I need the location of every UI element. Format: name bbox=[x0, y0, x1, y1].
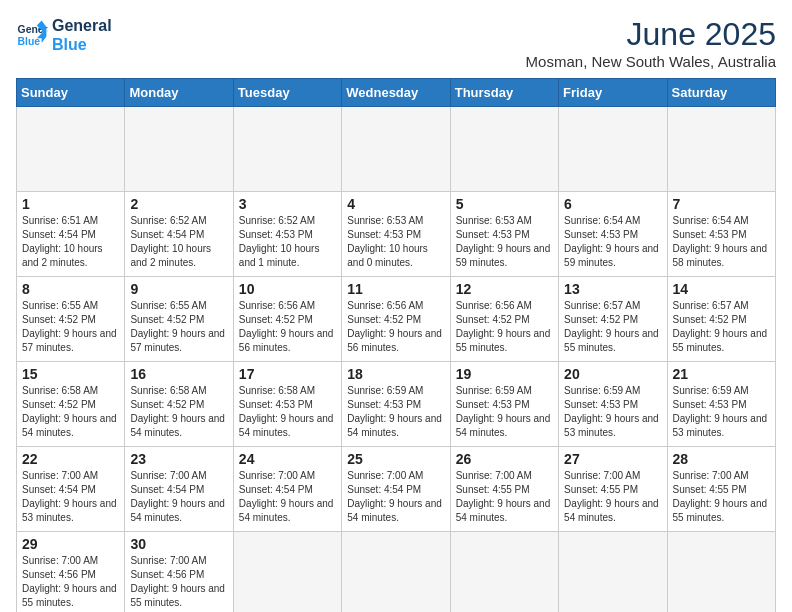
day-info: Sunrise: 6:57 AMSunset: 4:52 PMDaylight:… bbox=[673, 299, 770, 355]
day-number: 14 bbox=[673, 281, 770, 297]
day-info: Sunrise: 6:52 AMSunset: 4:53 PMDaylight:… bbox=[239, 214, 336, 270]
day-info: Sunrise: 6:57 AMSunset: 4:52 PMDaylight:… bbox=[564, 299, 661, 355]
calendar-cell bbox=[559, 532, 667, 613]
calendar-cell bbox=[342, 107, 450, 192]
logo: General Blue General Blue bbox=[16, 16, 112, 54]
day-number: 26 bbox=[456, 451, 553, 467]
calendar-cell bbox=[233, 532, 341, 613]
logo-icon: General Blue bbox=[16, 19, 48, 51]
day-number: 17 bbox=[239, 366, 336, 382]
weekday-header-row: SundayMondayTuesdayWednesdayThursdayFrid… bbox=[17, 79, 776, 107]
calendar-cell: 25Sunrise: 7:00 AMSunset: 4:54 PMDayligh… bbox=[342, 447, 450, 532]
day-info: Sunrise: 7:00 AMSunset: 4:56 PMDaylight:… bbox=[22, 554, 119, 610]
day-number: 19 bbox=[456, 366, 553, 382]
day-number: 10 bbox=[239, 281, 336, 297]
calendar-cell: 16Sunrise: 6:58 AMSunset: 4:52 PMDayligh… bbox=[125, 362, 233, 447]
day-info: Sunrise: 6:58 AMSunset: 4:53 PMDaylight:… bbox=[239, 384, 336, 440]
day-number: 11 bbox=[347, 281, 444, 297]
calendar-cell: 8Sunrise: 6:55 AMSunset: 4:52 PMDaylight… bbox=[17, 277, 125, 362]
calendar-cell bbox=[450, 107, 558, 192]
day-number: 22 bbox=[22, 451, 119, 467]
day-number: 29 bbox=[22, 536, 119, 552]
day-number: 6 bbox=[564, 196, 661, 212]
day-info: Sunrise: 6:59 AMSunset: 4:53 PMDaylight:… bbox=[456, 384, 553, 440]
calendar-cell bbox=[559, 107, 667, 192]
calendar-week-row: 1Sunrise: 6:51 AMSunset: 4:54 PMDaylight… bbox=[17, 192, 776, 277]
day-info: Sunrise: 7:00 AMSunset: 4:56 PMDaylight:… bbox=[130, 554, 227, 610]
calendar-cell: 24Sunrise: 7:00 AMSunset: 4:54 PMDayligh… bbox=[233, 447, 341, 532]
day-number: 24 bbox=[239, 451, 336, 467]
calendar-cell: 12Sunrise: 6:56 AMSunset: 4:52 PMDayligh… bbox=[450, 277, 558, 362]
calendar-cell: 26Sunrise: 7:00 AMSunset: 4:55 PMDayligh… bbox=[450, 447, 558, 532]
calendar-cell bbox=[667, 107, 775, 192]
calendar-cell: 30Sunrise: 7:00 AMSunset: 4:56 PMDayligh… bbox=[125, 532, 233, 613]
day-info: Sunrise: 7:00 AMSunset: 4:54 PMDaylight:… bbox=[130, 469, 227, 525]
day-info: Sunrise: 7:00 AMSunset: 4:54 PMDaylight:… bbox=[239, 469, 336, 525]
day-number: 4 bbox=[347, 196, 444, 212]
day-info: Sunrise: 7:00 AMSunset: 4:55 PMDaylight:… bbox=[564, 469, 661, 525]
calendar-table: SundayMondayTuesdayWednesdayThursdayFrid… bbox=[16, 78, 776, 612]
calendar-week-row: 29Sunrise: 7:00 AMSunset: 4:56 PMDayligh… bbox=[17, 532, 776, 613]
day-info: Sunrise: 7:00 AMSunset: 4:55 PMDaylight:… bbox=[456, 469, 553, 525]
calendar-cell: 13Sunrise: 6:57 AMSunset: 4:52 PMDayligh… bbox=[559, 277, 667, 362]
calendar-cell: 17Sunrise: 6:58 AMSunset: 4:53 PMDayligh… bbox=[233, 362, 341, 447]
day-number: 18 bbox=[347, 366, 444, 382]
day-info: Sunrise: 6:53 AMSunset: 4:53 PMDaylight:… bbox=[347, 214, 444, 270]
day-number: 30 bbox=[130, 536, 227, 552]
weekday-header-monday: Monday bbox=[125, 79, 233, 107]
calendar-cell: 6Sunrise: 6:54 AMSunset: 4:53 PMDaylight… bbox=[559, 192, 667, 277]
day-info: Sunrise: 6:59 AMSunset: 4:53 PMDaylight:… bbox=[347, 384, 444, 440]
weekday-header-sunday: Sunday bbox=[17, 79, 125, 107]
calendar-cell: 23Sunrise: 7:00 AMSunset: 4:54 PMDayligh… bbox=[125, 447, 233, 532]
calendar-cell: 15Sunrise: 6:58 AMSunset: 4:52 PMDayligh… bbox=[17, 362, 125, 447]
calendar-week-row: 8Sunrise: 6:55 AMSunset: 4:52 PMDaylight… bbox=[17, 277, 776, 362]
calendar-cell bbox=[17, 107, 125, 192]
calendar-cell: 9Sunrise: 6:55 AMSunset: 4:52 PMDaylight… bbox=[125, 277, 233, 362]
day-number: 27 bbox=[564, 451, 661, 467]
calendar-cell bbox=[667, 532, 775, 613]
day-info: Sunrise: 6:58 AMSunset: 4:52 PMDaylight:… bbox=[130, 384, 227, 440]
calendar-cell: 27Sunrise: 7:00 AMSunset: 4:55 PMDayligh… bbox=[559, 447, 667, 532]
weekday-header-thursday: Thursday bbox=[450, 79, 558, 107]
day-number: 15 bbox=[22, 366, 119, 382]
title-area: June 2025 Mosman, New South Wales, Austr… bbox=[526, 16, 776, 70]
calendar-cell bbox=[342, 532, 450, 613]
weekday-header-friday: Friday bbox=[559, 79, 667, 107]
calendar-cell bbox=[450, 532, 558, 613]
logo-blue: Blue bbox=[52, 35, 112, 54]
location-title: Mosman, New South Wales, Australia bbox=[526, 53, 776, 70]
svg-text:Blue: Blue bbox=[18, 36, 41, 47]
calendar-cell: 10Sunrise: 6:56 AMSunset: 4:52 PMDayligh… bbox=[233, 277, 341, 362]
day-info: Sunrise: 6:58 AMSunset: 4:52 PMDaylight:… bbox=[22, 384, 119, 440]
calendar-cell: 22Sunrise: 7:00 AMSunset: 4:54 PMDayligh… bbox=[17, 447, 125, 532]
month-title: June 2025 bbox=[526, 16, 776, 53]
calendar-week-row: 22Sunrise: 7:00 AMSunset: 4:54 PMDayligh… bbox=[17, 447, 776, 532]
day-number: 5 bbox=[456, 196, 553, 212]
calendar-cell bbox=[233, 107, 341, 192]
day-number: 3 bbox=[239, 196, 336, 212]
day-info: Sunrise: 6:56 AMSunset: 4:52 PMDaylight:… bbox=[456, 299, 553, 355]
header: General Blue General Blue June 2025 Mosm… bbox=[16, 16, 776, 70]
calendar-cell: 7Sunrise: 6:54 AMSunset: 4:53 PMDaylight… bbox=[667, 192, 775, 277]
weekday-header-wednesday: Wednesday bbox=[342, 79, 450, 107]
calendar-cell: 18Sunrise: 6:59 AMSunset: 4:53 PMDayligh… bbox=[342, 362, 450, 447]
calendar-cell bbox=[125, 107, 233, 192]
day-info: Sunrise: 6:52 AMSunset: 4:54 PMDaylight:… bbox=[130, 214, 227, 270]
calendar-cell: 1Sunrise: 6:51 AMSunset: 4:54 PMDaylight… bbox=[17, 192, 125, 277]
day-info: Sunrise: 6:55 AMSunset: 4:52 PMDaylight:… bbox=[22, 299, 119, 355]
day-number: 28 bbox=[673, 451, 770, 467]
day-number: 16 bbox=[130, 366, 227, 382]
calendar-cell: 20Sunrise: 6:59 AMSunset: 4:53 PMDayligh… bbox=[559, 362, 667, 447]
calendar-cell: 19Sunrise: 6:59 AMSunset: 4:53 PMDayligh… bbox=[450, 362, 558, 447]
weekday-header-saturday: Saturday bbox=[667, 79, 775, 107]
day-number: 23 bbox=[130, 451, 227, 467]
day-number: 9 bbox=[130, 281, 227, 297]
calendar-cell: 11Sunrise: 6:56 AMSunset: 4:52 PMDayligh… bbox=[342, 277, 450, 362]
weekday-header-tuesday: Tuesday bbox=[233, 79, 341, 107]
day-info: Sunrise: 7:00 AMSunset: 4:55 PMDaylight:… bbox=[673, 469, 770, 525]
day-info: Sunrise: 6:54 AMSunset: 4:53 PMDaylight:… bbox=[673, 214, 770, 270]
day-number: 8 bbox=[22, 281, 119, 297]
day-number: 7 bbox=[673, 196, 770, 212]
day-number: 2 bbox=[130, 196, 227, 212]
calendar-cell: 4Sunrise: 6:53 AMSunset: 4:53 PMDaylight… bbox=[342, 192, 450, 277]
